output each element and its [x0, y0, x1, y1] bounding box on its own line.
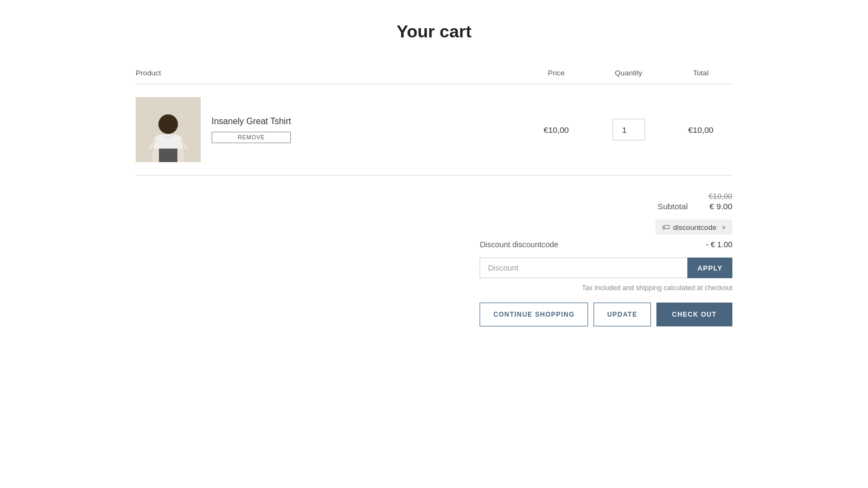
table-row: Insanely Great Tshirt REMOVE €10,00 €10,…: [136, 84, 732, 176]
product-info: Insanely Great Tshirt REMOVE: [212, 117, 291, 143]
cart-summary: €10,00 Subtotal € 9.00 🏷 discountcode × …: [480, 192, 732, 326]
product-price: €10,00: [525, 84, 588, 176]
col-header-total: Total: [669, 69, 732, 84]
quantity-input[interactable]: [612, 119, 645, 140]
col-header-price: Price: [525, 69, 588, 84]
continue-shopping-button[interactable]: CONTINUE SHOPPING: [480, 303, 588, 326]
col-header-quantity: Quantity: [588, 69, 669, 84]
subtotal-original: €10,00: [709, 192, 732, 201]
col-header-product: Product: [136, 69, 525, 84]
discount-line: Discount discountcode - € 1.00: [480, 240, 732, 249]
discount-label: Discount discountcode: [480, 240, 558, 249]
subtotal-row: €10,00 Subtotal € 9.00: [658, 192, 732, 211]
page-title: Your cart: [136, 22, 732, 42]
product-cell: Insanely Great Tshirt REMOVE: [136, 97, 525, 162]
discount-form: APPLY: [480, 258, 732, 278]
subtotal-value: € 9.00: [710, 202, 732, 211]
remove-button[interactable]: REMOVE: [212, 132, 291, 143]
quantity-cell: [588, 84, 669, 176]
discount-badge-text: discountcode: [673, 223, 716, 232]
discount-remove-button[interactable]: ×: [722, 223, 726, 232]
product-image: [136, 97, 201, 162]
discount-badge: 🏷 discountcode ×: [655, 220, 732, 235]
update-button[interactable]: UPDATE: [593, 303, 651, 326]
checkout-button[interactable]: CHECK OUT: [656, 303, 732, 326]
svg-rect-3: [159, 149, 177, 162]
product-name: Insanely Great Tshirt: [212, 117, 291, 126]
tag-icon: 🏷: [662, 223, 669, 232]
subtotal-label: Subtotal: [658, 202, 688, 211]
discount-input[interactable]: [480, 258, 687, 278]
action-buttons: CONTINUE SHOPPING UPDATE CHECK OUT: [480, 303, 732, 326]
discount-value: - € 1.00: [706, 240, 732, 249]
svg-point-2: [158, 114, 178, 134]
product-total: €10,00: [669, 84, 732, 176]
tax-note: Tax included and shipping calculated at …: [582, 284, 732, 292]
apply-button[interactable]: APPLY: [687, 258, 732, 278]
